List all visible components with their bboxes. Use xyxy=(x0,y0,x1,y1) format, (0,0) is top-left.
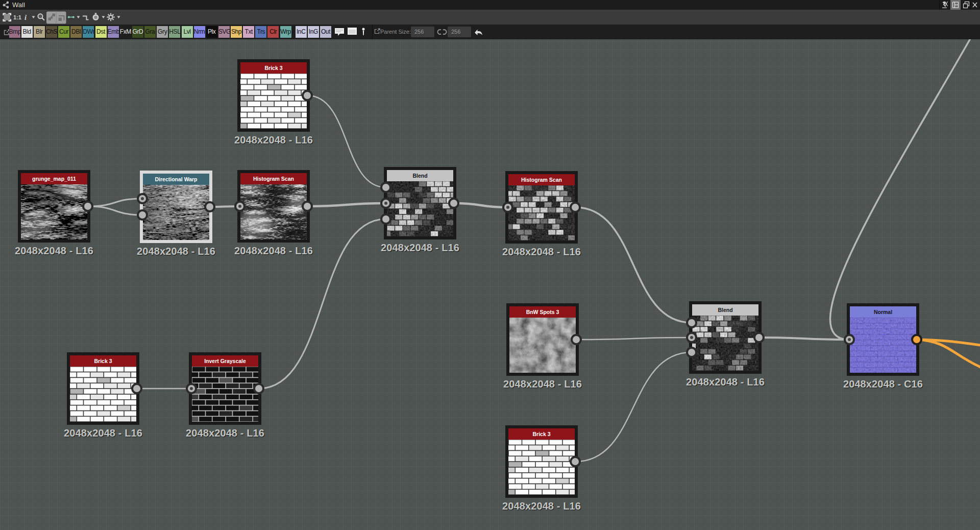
svg-text:i: i xyxy=(24,13,27,21)
svg-text:1:1: 1:1 xyxy=(13,14,21,20)
